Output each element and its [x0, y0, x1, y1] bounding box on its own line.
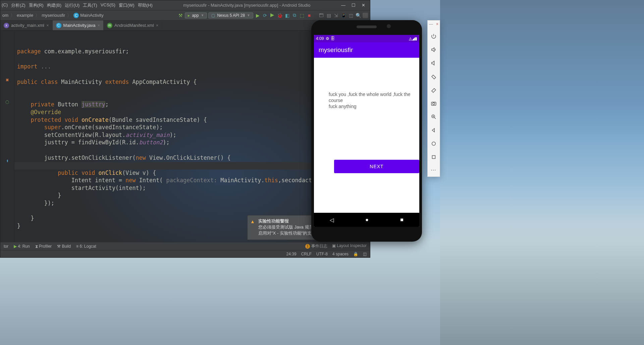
android-statusbar: 4:09 ⚙ 🗄 ◬ ◢ ▮	[314, 35, 419, 42]
close-icon[interactable]: ×	[436, 22, 438, 27]
breadcrumb[interactable]: om〉 example〉 myseriousfir〉 CMainActivity	[0, 12, 177, 18]
run-config-selector[interactable]: ▸ app ▼	[185, 12, 207, 18]
close-tab-icon[interactable]: ×	[97, 23, 100, 28]
toolwindow-button[interactable]: tor	[4, 244, 8, 249]
editor-tab[interactable]: x activity_main.xml ×	[0, 20, 53, 30]
indent-setting[interactable]: 4 spaces	[332, 252, 348, 256]
line-separator[interactable]: CRLF	[301, 252, 312, 256]
next-button-label: NEXT	[370, 163, 383, 169]
search-icon[interactable]: 🔍	[355, 12, 361, 18]
manifest-file-icon: m	[107, 23, 112, 28]
close-tab-icon[interactable]: ×	[156, 23, 159, 28]
debug-icon[interactable]: 🐞	[277, 12, 283, 18]
app-toolbar: myseriousfir	[314, 42, 419, 58]
class-icon: C	[73, 13, 79, 18]
ide-menubar[interactable]: (C) 分析(Z) 重构(R) 构建(B) 运行(U) 工具(T) VCS(S)…	[2, 2, 153, 8]
minimize-icon[interactable]: —	[429, 22, 433, 27]
next-button[interactable]: NEXT	[334, 160, 419, 173]
app-text: course	[329, 97, 413, 103]
app-text: fuck you ,fuck the whole world ,fuck the	[329, 91, 413, 97]
close-tab-icon[interactable]: ×	[46, 23, 49, 28]
device-manager-icon[interactable]: 📱	[340, 12, 346, 18]
stop-icon[interactable]: ■	[306, 12, 312, 18]
device-selector-label: Nexus 5 API 28	[217, 13, 245, 18]
overview-icon[interactable]: ■	[400, 217, 404, 223]
breadcrumb-item[interactable]: example	[17, 13, 33, 18]
maximize-icon[interactable]: ☐	[352, 3, 356, 8]
menu-item[interactable]: 分析(Z)	[11, 2, 25, 8]
resource-manager-icon[interactable]: ◫	[348, 12, 354, 18]
window-title: myseriousfir - MainActivity.java [myseri…	[153, 3, 341, 8]
toolwindow-button[interactable]: ⚒ Build	[57, 244, 71, 249]
rotate-left-icon[interactable]	[430, 73, 437, 80]
coverage-icon[interactable]: ⬚	[299, 12, 305, 18]
menu-item[interactable]: 帮助(H)	[138, 2, 153, 8]
toolwindow-button[interactable]: ▶ 4: Run	[14, 244, 30, 249]
sdk-manager-icon[interactable]: ⇲	[333, 12, 339, 18]
editor-tab[interactable]: C MainActivity.java ×	[53, 20, 104, 30]
menu-item[interactable]: VCS(S)	[101, 2, 115, 8]
battery-icon: ▮	[415, 36, 417, 41]
desktop-background-right	[440, 0, 644, 345]
memory-indicator[interactable]: ◫	[363, 252, 367, 256]
zoom-icon[interactable]	[430, 113, 437, 120]
event-log-button[interactable]: 1事件日志	[305, 243, 327, 249]
rotate-right-icon[interactable]	[430, 86, 437, 94]
device-selector[interactable]: ▢ Nexus 5 API 28 ▼	[208, 12, 253, 18]
volume-up-icon[interactable]	[430, 46, 437, 53]
attach-debugger-icon[interactable]: ⧉	[291, 12, 298, 18]
app-text: fuck anything	[329, 103, 413, 109]
breadcrumb-item[interactable]: om	[2, 13, 8, 18]
toolwindow-button[interactable]: ⧗ Profiler	[35, 244, 52, 249]
editor-tab-label: MainActivity.java	[63, 23, 96, 28]
ide-titlebar[interactable]: (C) 分析(Z) 重构(R) 构建(B) 运行(U) 工具(T) VCS(S)…	[0, 0, 370, 10]
svg-point-1	[433, 103, 435, 105]
back-icon[interactable]: ◁	[330, 217, 334, 223]
warning-icon: ▲	[250, 219, 255, 224]
ide-toolbar: om〉 example〉 myseriousfir〉 CMainActivity…	[0, 10, 370, 20]
more-icon[interactable]: ⋯	[430, 167, 437, 173]
menu-item[interactable]: 构建(B)	[47, 2, 61, 8]
breadcrumb-item[interactable]: MainActivity	[80, 13, 103, 18]
menu-item[interactable]: 重构(R)	[29, 2, 44, 8]
android-emulator: 4:09 ⚙ 🗄 ◬ ◢ ▮ myseriousfir fuck you ,fu…	[311, 20, 422, 242]
emulator-sidebar[interactable]: — × ⋯	[427, 20, 440, 177]
layout-inspector-button[interactable]: ▣ Layout Inspector	[332, 243, 367, 249]
sync-icon[interactable]: 🗔	[318, 12, 324, 18]
breadcrumb-item[interactable]: myseriousfir	[42, 13, 65, 18]
hammer-icon[interactable]: ⚒	[177, 12, 183, 18]
menu-item[interactable]: 运行(U)	[65, 2, 79, 8]
svg-rect-4	[432, 156, 435, 159]
home-icon[interactable]: ●	[365, 217, 369, 223]
menu-item[interactable]: 窗口(W)	[119, 2, 135, 8]
camera-icon[interactable]	[430, 100, 437, 107]
menu-item[interactable]: 工具(T)	[83, 2, 97, 8]
run-tests-icon[interactable]: ⯈	[269, 12, 275, 18]
readonly-icon[interactable]: 🔒	[353, 252, 358, 256]
overview-icon[interactable]	[430, 153, 437, 161]
apply-changes-icon[interactable]: ⟳	[262, 12, 268, 18]
file-encoding[interactable]: UTF-8	[316, 252, 328, 256]
home-icon[interactable]	[430, 140, 437, 147]
back-icon[interactable]	[430, 127, 437, 134]
toolwindow-button[interactable]: ≡ 6: Logcat	[76, 244, 96, 249]
profiler-icon[interactable]: ◧	[284, 12, 290, 18]
volume-down-icon[interactable]	[430, 59, 437, 67]
cursor-position[interactable]: 24:39	[286, 252, 297, 256]
app-title: myseriousfir	[319, 46, 353, 54]
editor-tab-label: AndroidManifest.xml	[114, 23, 154, 28]
power-icon[interactable]	[430, 33, 437, 40]
menu-item[interactable]: (C)	[2, 2, 8, 8]
signal-icon: ◢	[412, 36, 415, 41]
settings-icon: ⚙	[326, 36, 329, 41]
run-icon[interactable]: ▶	[255, 12, 261, 18]
briefcase-icon: 🗄	[331, 36, 335, 41]
emulator-screen[interactable]: 4:09 ⚙ 🗄 ◬ ◢ ▮ myseriousfir fuck you ,fu…	[314, 35, 419, 227]
ide-bottom-toolwindows: tor ▶ 4: Run ⧗ Profiler ⚒ Build ≡ 6: Log…	[0, 242, 370, 250]
minimize-icon[interactable]: —	[341, 3, 345, 8]
account-icon[interactable]	[363, 13, 368, 18]
editor-gutter[interactable]	[0, 31, 14, 242]
close-icon[interactable]: ✕	[362, 3, 365, 8]
avd-manager-icon[interactable]: ▤	[326, 12, 332, 18]
editor-tab[interactable]: m AndroidManifest.xml ×	[104, 20, 162, 30]
